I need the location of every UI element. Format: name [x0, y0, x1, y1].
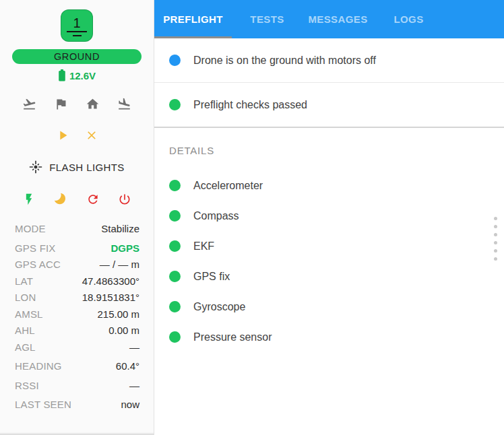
scroll-dot — [494, 225, 497, 228]
telemetry-label: AHL — [15, 323, 35, 339]
drone-id: 1 — [67, 15, 86, 32]
telemetry-row-last-seen: LAST SEEN now — [15, 397, 139, 413]
preflight-panel: PREFLIGHT TESTS MESSAGES LOGS Drone is o… — [154, 0, 504, 435]
mission-control-row — [0, 128, 154, 143]
detail-item-accelerometer[interactable]: Accelerometer — [154, 170, 504, 201]
check-dot-green — [169, 331, 181, 343]
cancel-button[interactable] — [85, 128, 98, 143]
detail-item-ekf[interactable]: EKF — [154, 231, 504, 261]
check-dot-green — [169, 240, 181, 252]
tab-messages[interactable]: MESSAGES — [303, 0, 373, 38]
detail-label: Compass — [193, 210, 239, 222]
check-dot-green — [169, 301, 181, 312]
telemetry-label: MODE — [15, 221, 46, 238]
telemetry-value: now — [121, 397, 139, 413]
telemetry-row-agl: AGL — — [15, 339, 139, 356]
detail-label: GPS fix — [193, 271, 230, 283]
telemetry-value: 18.9151831° — [82, 290, 139, 306]
status-row-preflight[interactable]: Preflight checks passed — [154, 83, 504, 128]
detail-item-gyroscope[interactable]: Gyroscope — [154, 292, 504, 322]
telemetry-row-lat: LAT 47.4863300° — [15, 273, 139, 290]
land-button[interactable] — [117, 97, 131, 111]
detail-item-pressure-sensor[interactable]: Pressure sensor — [154, 322, 504, 352]
flash-lights-button[interactable]: FLASH LIGHTS — [29, 160, 125, 174]
telemetry-row-mode: MODE Stabilize — [15, 221, 139, 238]
play-icon — [55, 128, 70, 143]
telemetry-row-gps-acc: GPS ACC — / — m — [15, 257, 139, 273]
status-text: Preflight checks passed — [193, 99, 307, 111]
cancel-icon — [85, 129, 98, 142]
sleep-button[interactable] — [54, 193, 67, 206]
telemetry-row-heading: HEADING 60.4° — [15, 358, 139, 375]
reboot-button[interactable] — [86, 193, 100, 206]
power-action-row — [0, 193, 154, 206]
flash-button[interactable] — [22, 193, 36, 206]
home-icon — [86, 97, 100, 111]
flight-takeoff-icon — [22, 97, 36, 111]
battery-status: 12.6V — [58, 69, 96, 81]
telemetry-label: RSSI — [15, 378, 39, 395]
flight-land-icon — [117, 97, 131, 111]
telemetry-value: — / — m — [100, 257, 139, 273]
status-dot-blue — [169, 55, 181, 66]
check-dot-green — [169, 271, 181, 282]
detail-label: Pressure sensor — [193, 331, 272, 343]
status-row-motors[interactable]: Drone is on the ground with motors off — [154, 38, 504, 83]
tab-preflight[interactable]: PREFLIGHT — [154, 0, 232, 38]
telemetry-row-amsl: AMSL 215.00 m — [15, 306, 139, 323]
tab-logs[interactable]: LOGS — [373, 0, 444, 38]
scroll-indicator[interactable] — [494, 217, 497, 261]
telemetry-value: 60.4° — [116, 358, 139, 375]
lightning-icon — [22, 193, 36, 206]
power-icon — [118, 193, 131, 206]
flash-lights-label: FLASH LIGHTS — [49, 162, 125, 173]
details-list: Accelerometer Compass EKF GPS fix Gyrosc… — [154, 170, 504, 352]
app-root: 1 GROUND 12.6V — [0, 0, 504, 435]
flight-action-row — [0, 97, 154, 111]
scroll-dot — [494, 233, 497, 236]
battery-voltage: 12.6V — [69, 70, 96, 81]
telemetry-value: Stabilize — [101, 221, 139, 238]
telemetry-label: LAT — [15, 273, 33, 290]
scroll-dot — [494, 249, 497, 253]
detail-label: Gyroscope — [193, 301, 245, 313]
flag-icon — [54, 97, 68, 111]
telemetry-label: GPS FIX — [15, 240, 56, 257]
drone-sidebar: 1 GROUND 12.6V — [0, 0, 154, 435]
status-dot-green — [169, 99, 181, 110]
telemetry-value: DGPS — [111, 240, 139, 257]
telemetry-value: — — [129, 339, 139, 356]
detail-item-gps-fix[interactable]: GPS fix — [154, 261, 504, 292]
telemetry-value: 215.00 m — [97, 306, 139, 323]
telemetry-label: AGL — [15, 339, 36, 356]
status-text: Drone is on the ground with motors off — [193, 55, 376, 67]
drone-avatar[interactable]: 1 — [61, 9, 93, 42]
telemetry-label: AMSL — [15, 306, 43, 323]
check-dot-green — [169, 210, 181, 222]
mission-flag-button[interactable] — [54, 97, 68, 111]
telemetry-value: 47.4863300° — [82, 273, 139, 290]
telemetry-value: 0.00 m — [108, 323, 139, 339]
status-badge[interactable]: GROUND — [12, 49, 141, 64]
detail-label: Accelerometer — [193, 180, 263, 192]
telemetry-value: — — [129, 378, 139, 395]
check-dot-green — [169, 180, 181, 191]
start-button[interactable] — [55, 128, 70, 143]
scroll-dot — [494, 241, 497, 244]
tab-tests[interactable]: TESTS — [232, 0, 303, 38]
telemetry-label: LON — [15, 290, 36, 306]
details-heading: DETAILS — [169, 145, 504, 156]
takeoff-button[interactable] — [22, 97, 36, 111]
telemetry-label: LAST SEEN — [15, 397, 71, 413]
telemetry-table: MODE Stabilize GPS FIX DGPS GPS ACC — / … — [0, 221, 154, 413]
shutdown-button[interactable] — [118, 193, 131, 206]
telemetry-row-gps-fix: GPS FIX DGPS — [15, 240, 139, 257]
battery-icon — [58, 69, 66, 81]
status-summary: Drone is on the ground with motors off P… — [154, 38, 504, 128]
return-home-button[interactable] — [86, 97, 100, 111]
refresh-icon — [86, 193, 100, 206]
detail-item-compass[interactable]: Compass — [154, 201, 504, 231]
moon-icon — [54, 193, 67, 206]
telemetry-row-ahl: AHL 0.00 m — [15, 323, 139, 339]
telemetry-label: GPS ACC — [15, 257, 61, 273]
